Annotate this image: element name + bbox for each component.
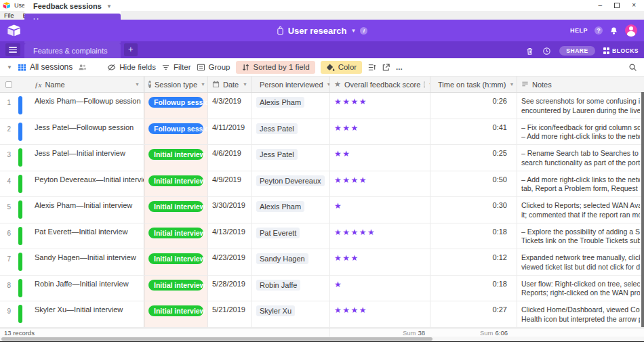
tab-feedback-sessions[interactable]: Feedback sessions▼ bbox=[24, 0, 121, 14]
help-question-icon[interactable]: ? bbox=[595, 26, 603, 35]
cell-date[interactable]: 3/30/2019 bbox=[208, 197, 252, 223]
column-chevron-icon[interactable]: ▼ bbox=[509, 82, 514, 87]
menu-file[interactable]: File bbox=[4, 12, 14, 19]
close-button[interactable]: × bbox=[632, 2, 636, 9]
horizontal-scrollbar[interactable] bbox=[0, 337, 644, 341]
horizontal-scrollbar-thumb[interactable] bbox=[1, 337, 432, 341]
cell-name[interactable]: Jess Patel—Initial interview bbox=[31, 145, 144, 171]
column-header-session-type[interactable]: ▾ Session type ▼ bbox=[144, 77, 208, 92]
cell-session-type[interactable]: Initial interview bbox=[144, 301, 208, 327]
cell-name[interactable]: Pat Everett—Initial interview bbox=[31, 223, 144, 249]
history-icon[interactable] bbox=[542, 47, 551, 56]
cell-time[interactable]: 0:30 bbox=[430, 197, 517, 223]
cell-notes[interactable]: User flow: Right-clicked on tree, select… bbox=[517, 276, 644, 301]
cell-time[interactable]: 0:12 bbox=[430, 249, 517, 275]
user-avatar[interactable] bbox=[625, 24, 637, 37]
cell-date[interactable]: 4/11/2019 bbox=[208, 119, 252, 145]
select-all-checkbox[interactable] bbox=[5, 81, 12, 88]
cell-date[interactable]: 5/28/2019 bbox=[208, 276, 252, 301]
trash-icon[interactable] bbox=[525, 47, 534, 56]
views-chevron-icon[interactable]: ▼ bbox=[7, 64, 12, 70]
search-icon[interactable] bbox=[628, 63, 637, 72]
cell-time[interactable]: 0:26 bbox=[430, 93, 517, 119]
cell-person[interactable]: Jess Patel bbox=[252, 145, 330, 171]
tab-chevron-icon[interactable]: ▼ bbox=[106, 3, 112, 9]
table-row[interactable]: 4 Peyton Devereaux—Initial interview Ini… bbox=[0, 171, 644, 198]
notifications-bell-icon[interactable] bbox=[609, 26, 618, 35]
filter-button[interactable]: Filter bbox=[161, 63, 191, 72]
cell-time[interactable]: 0:50 bbox=[430, 171, 517, 197]
cell-notes[interactable]: Clicked Home/Dashboard, viewed Combined … bbox=[517, 301, 644, 327]
more-options-button[interactable]: ... bbox=[396, 63, 403, 71]
hide-fields-button[interactable]: Hide fields bbox=[107, 63, 156, 72]
cell-date[interactable]: 4/6/2019 bbox=[208, 145, 252, 171]
cell-name[interactable]: Robin Jaffe—Initial interview bbox=[31, 276, 144, 301]
help-button[interactable]: HELP bbox=[570, 27, 588, 34]
maximize-button[interactable] bbox=[614, 3, 620, 8]
cell-name[interactable]: Peyton Devereaux—Initial interview bbox=[31, 171, 144, 197]
sort-button[interactable]: Sorted by 1 field bbox=[236, 61, 315, 74]
cell-session-type[interactable]: Initial interview bbox=[144, 276, 208, 301]
column-chevron-icon[interactable]: ▼ bbox=[243, 82, 247, 87]
cell-date[interactable]: 4/13/2019 bbox=[208, 223, 252, 249]
cell-person[interactable]: Jess Patel bbox=[252, 119, 330, 145]
minimize-button[interactable]: – bbox=[599, 2, 603, 9]
cell-session-type[interactable]: Initial interview bbox=[144, 145, 208, 171]
cell-session-type[interactable]: Initial interview bbox=[144, 171, 208, 197]
cell-person[interactable]: Robin Jaffe bbox=[252, 276, 330, 301]
column-header-name[interactable]: ƒx Name ▼ bbox=[31, 77, 144, 92]
cell-notes[interactable]: – Add more right-click links to the netw… bbox=[517, 171, 644, 197]
cell-score[interactable]: ★★★★ bbox=[330, 301, 430, 327]
field-info-icon[interactable]: i bbox=[424, 81, 425, 88]
blocks-button[interactable]: BLOCKS bbox=[603, 47, 639, 54]
collaborators-icon[interactable] bbox=[78, 63, 87, 72]
cell-session-type[interactable]: Initial interview bbox=[144, 197, 208, 223]
table-row[interactable]: 8 Robin Jaffe—Initial interview Initial … bbox=[0, 276, 644, 302]
table-row[interactable]: 1 Alexis Pham—Followup session Followup … bbox=[0, 93, 644, 119]
airtable-logo-icon[interactable] bbox=[7, 24, 22, 37]
cell-score[interactable]: ★★ bbox=[330, 145, 430, 171]
cell-time[interactable]: 0:25 bbox=[430, 145, 517, 171]
cell-score[interactable]: ★★★★ bbox=[330, 93, 430, 119]
table-row[interactable]: 6 Pat Everett—Initial interview Initial … bbox=[0, 223, 644, 250]
row-height-icon[interactable] bbox=[367, 63, 376, 72]
base-info-icon[interactable]: i bbox=[360, 27, 367, 35]
cell-name[interactable]: Jess Patel—Followup session bbox=[31, 119, 144, 145]
cell-session-type[interactable]: Followup session bbox=[144, 93, 208, 119]
view-switcher[interactable]: All sessions bbox=[18, 62, 73, 72]
cell-score[interactable]: ★★★★ bbox=[330, 171, 430, 197]
tab-features-complaints[interactable]: Features & complaints bbox=[24, 43, 121, 58]
cell-name[interactable]: Sandy Hagen—Initial interview bbox=[31, 249, 144, 275]
base-title[interactable]: User research bbox=[288, 26, 347, 36]
color-button[interactable]: Color bbox=[321, 61, 362, 74]
table-row[interactable]: 5 Alexis Pham—Initial interview Initial … bbox=[0, 197, 644, 223]
column-header-date[interactable]: Date ▼ bbox=[208, 77, 252, 92]
cell-person[interactable]: Alexis Pham bbox=[252, 93, 330, 119]
cell-session-type[interactable]: Initial interview bbox=[144, 223, 208, 249]
cell-score[interactable]: ★★★★★ bbox=[330, 223, 430, 249]
cell-time[interactable]: 0:18 bbox=[430, 276, 517, 301]
cell-time[interactable]: 0:27 bbox=[430, 301, 517, 327]
cell-notes[interactable]: – Fix icon/feedback for grid column sort… bbox=[517, 119, 644, 145]
cell-name[interactable]: Skyler Xu—Initial interview bbox=[31, 301, 144, 327]
cell-time[interactable]: 0:18 bbox=[430, 223, 517, 249]
cell-person[interactable]: Alexis Pham bbox=[252, 197, 330, 223]
base-chevron-down-icon[interactable]: ▼ bbox=[350, 28, 356, 34]
cell-name[interactable]: Alexis Pham—Initial interview bbox=[31, 197, 144, 223]
vertical-scrollbar[interactable] bbox=[641, 92, 644, 327]
cell-person[interactable]: Pat Everett bbox=[252, 223, 330, 249]
table-row[interactable]: 7 Sandy Hagen—Initial interview Initial … bbox=[0, 249, 644, 276]
cell-person[interactable]: Peyton Devereaux bbox=[252, 171, 330, 197]
column-header-overall-feedback-score[interactable]: ★ Overall feedback score i ▼ bbox=[330, 77, 430, 92]
cell-notes[interactable]: – Explore the possibility of adding a Se… bbox=[517, 223, 644, 249]
cell-session-type[interactable]: Initial interview bbox=[144, 249, 208, 275]
cell-notes[interactable]: Expanded network tree manually, clicked … bbox=[517, 249, 644, 275]
table-row[interactable]: 9 Skyler Xu—Initial interview Initial in… bbox=[0, 301, 644, 328]
cell-person[interactable]: Skyler Xu bbox=[252, 301, 330, 327]
table-row[interactable]: 3 Jess Patel—Initial interview Initial i… bbox=[0, 145, 644, 171]
share-button[interactable]: SHARE bbox=[559, 46, 595, 56]
cell-session-type[interactable]: Followup session bbox=[144, 119, 208, 145]
table-row[interactable]: 2 Jess Patel—Followup session Followup s… bbox=[0, 119, 644, 146]
group-button[interactable]: Group bbox=[197, 63, 230, 72]
cell-score[interactable]: ★ bbox=[330, 276, 430, 301]
